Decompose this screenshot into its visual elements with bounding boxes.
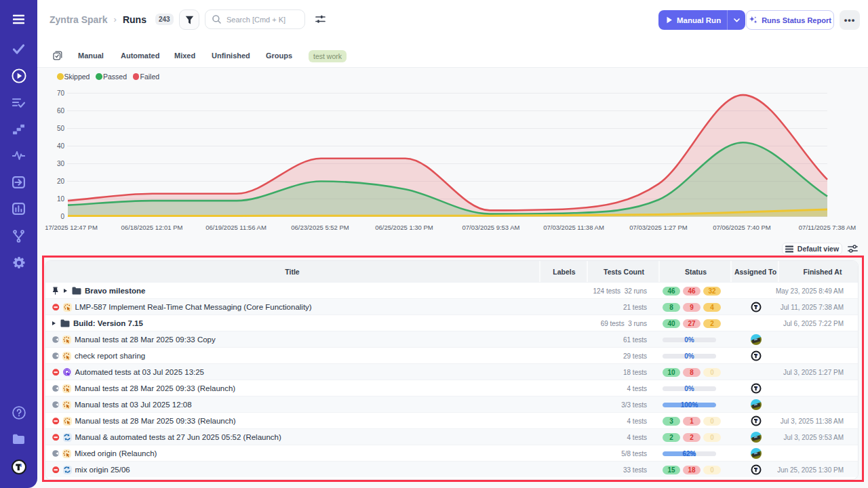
svg-text:07/11/2025 7:38 AM: 07/11/2025 7:38 AM bbox=[799, 224, 856, 231]
svg-text:0: 0 bbox=[60, 213, 64, 220]
svg-text:07/03/2025 11:38 AM: 07/03/2025 11:38 AM bbox=[543, 224, 604, 231]
svg-text:07/06/2025 7:40 PM: 07/06/2025 7:40 PM bbox=[713, 224, 771, 231]
svg-text:06/23/2025 5:52 PM: 06/23/2025 5:52 PM bbox=[291, 224, 349, 231]
svg-text:40: 40 bbox=[57, 142, 65, 150]
svg-text:50: 50 bbox=[57, 125, 65, 132]
svg-text:20: 20 bbox=[57, 178, 65, 185]
svg-text:06/18/2025 12:01 PM: 06/18/2025 12:01 PM bbox=[121, 224, 183, 231]
svg-text:30: 30 bbox=[57, 160, 65, 167]
svg-text:10: 10 bbox=[57, 195, 65, 203]
svg-text:07/03/2025 9:53 AM: 07/03/2025 9:53 AM bbox=[462, 224, 519, 231]
svg-text:06/19/2025 11:56 AM: 06/19/2025 11:56 AM bbox=[205, 224, 267, 231]
svg-text:70: 70 bbox=[57, 89, 65, 97]
svg-text:60: 60 bbox=[57, 107, 65, 115]
svg-text:06/25/2025 1:30 PM: 06/25/2025 1:30 PM bbox=[375, 224, 433, 231]
svg-text:07/03/2025 1:27 PM: 07/03/2025 1:27 PM bbox=[629, 224, 688, 231]
svg-text:17/2025 12:47 PM: 17/2025 12:47 PM bbox=[45, 224, 98, 231]
